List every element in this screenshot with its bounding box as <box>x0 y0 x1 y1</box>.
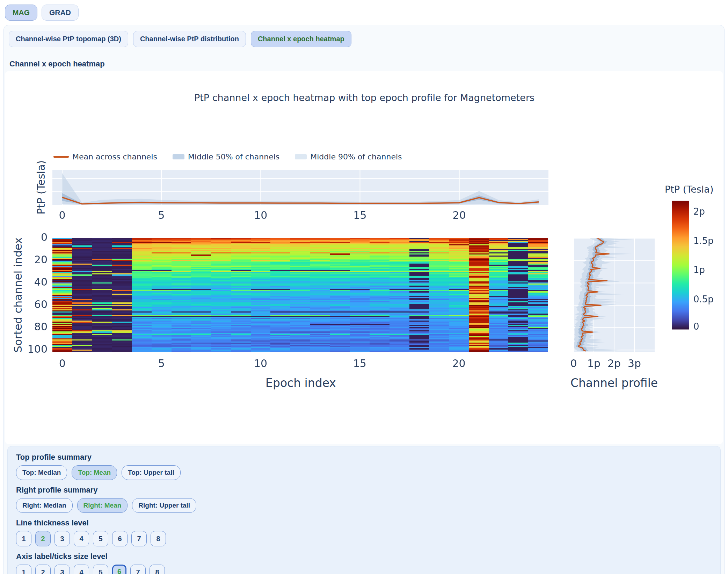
axis-size-1[interactable]: 1 <box>16 565 31 574</box>
top-profile-summary-heading: Top profile summary <box>16 453 712 462</box>
line-thickness-7[interactable]: 7 <box>131 531 147 546</box>
axis-size-buttons: 1 2 3 4 5 6 7 8 <box>16 565 712 574</box>
heatmap-canvas[interactable] <box>14 232 548 376</box>
line-thickness-buttons: 1 2 3 4 5 6 7 8 <box>16 531 712 546</box>
axis-size-2[interactable]: 2 <box>35 565 51 574</box>
mag-button[interactable]: MAG <box>5 5 37 21</box>
legend-label-middle50: Middle 50% of channels <box>188 152 279 161</box>
right-median-button[interactable]: Right: Median <box>16 498 73 513</box>
line-thickness-heading: Line thickness level <box>16 518 712 528</box>
band50-swatch-icon <box>173 154 184 159</box>
top-profile-yaxis-label: PtP (Tesla) <box>35 160 47 215</box>
colorbar-title: PtP (Tesla) <box>665 184 713 195</box>
device-toggle-bar: MAG GRAD <box>0 0 728 24</box>
legend-item-middle50[interactable]: Middle 50% of channels <box>173 152 279 161</box>
top-mean-button[interactable]: Top: Mean <box>72 465 117 480</box>
axis-size-5[interactable]: 5 <box>93 565 108 574</box>
legend-label-mean: Mean across channels <box>72 152 157 161</box>
line-thickness-5[interactable]: 5 <box>93 531 108 546</box>
grad-button[interactable]: GRAD <box>42 5 79 21</box>
report-card: Channel-wise PtP topomap (3D) Channel-wi… <box>3 25 725 574</box>
right-profile-summary-buttons: Right: Median Right: Mean Right: Upper t… <box>16 498 712 513</box>
section-title: Channel x epoch heatmap <box>4 53 724 71</box>
axis-size-4[interactable]: 4 <box>74 565 89 574</box>
right-channel-profile-canvas[interactable] <box>570 232 659 376</box>
figure-legend: Mean across channels Middle 50% of chann… <box>53 152 402 161</box>
mean-line-swatch-icon <box>53 156 69 158</box>
axis-size-8[interactable]: 8 <box>150 565 165 574</box>
figure-title: PtP channel x epoch heatmap with top epo… <box>5 92 723 103</box>
line-thickness-4[interactable]: 4 <box>74 531 89 546</box>
right-mean-button[interactable]: Right: Mean <box>77 498 128 513</box>
view-tabs: Channel-wise PtP topomap (3D) Channel-wi… <box>4 25 724 53</box>
line-thickness-3[interactable]: 3 <box>54 531 70 546</box>
top-profile-summary-buttons: Top: Median Top: Mean Top: Upper tail <box>16 465 712 480</box>
line-thickness-2[interactable]: 2 <box>35 531 51 546</box>
line-thickness-1[interactable]: 1 <box>16 531 31 546</box>
axis-size-heading: Axis label/ticks size level <box>16 552 712 561</box>
legend-item-mean[interactable]: Mean across channels <box>53 152 157 161</box>
top-epoch-profile-canvas[interactable] <box>52 170 548 222</box>
tab-ptp-distribution[interactable]: Channel-wise PtP distribution <box>133 31 246 47</box>
axis-size-6[interactable]: 6 <box>112 565 126 574</box>
figure-controls-panel: Top profile summary Top: Median Top: Mea… <box>7 446 721 574</box>
tab-ptp-topomap-3d[interactable]: Channel-wise PtP topomap (3D) <box>9 31 128 47</box>
axis-size-7[interactable]: 7 <box>130 565 146 574</box>
band90-swatch-icon <box>295 154 307 159</box>
line-thickness-6[interactable]: 6 <box>112 531 128 546</box>
top-upper-tail-button[interactable]: Top: Upper tail <box>122 465 181 480</box>
legend-item-middle90[interactable]: Middle 90% of channels <box>295 152 402 161</box>
plotly-figure: PtP channel x epoch heatmap with top epo… <box>5 71 723 444</box>
line-thickness-8[interactable]: 8 <box>151 531 166 546</box>
right-profile-summary-heading: Right profile summary <box>16 486 712 495</box>
legend-label-middle90: Middle 90% of channels <box>310 152 402 161</box>
right-profile-xaxis-label: Channel profile <box>562 376 667 390</box>
colorbar-canvas[interactable] <box>665 198 728 338</box>
tab-channel-epoch-heatmap[interactable]: Channel x epoch heatmap <box>251 31 351 47</box>
right-upper-tail-button[interactable]: Right: Upper tail <box>132 498 196 513</box>
axis-size-3[interactable]: 3 <box>54 565 70 574</box>
heatmap-xaxis-label: Epoch index <box>231 376 371 390</box>
top-median-button[interactable]: Top: Median <box>16 465 67 480</box>
